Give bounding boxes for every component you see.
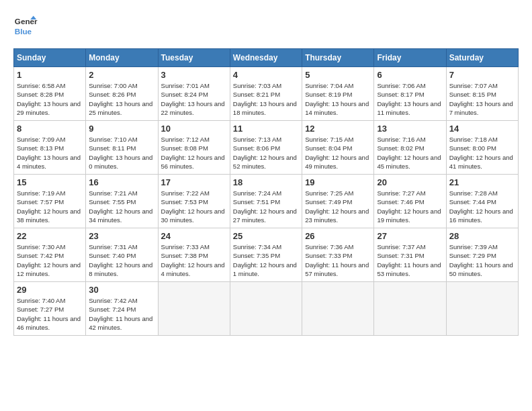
day-number: 9 bbox=[89, 124, 154, 134]
table-row: 15 Sunrise: 7:19 AM Sunset: 7:57 PM Dayl… bbox=[14, 175, 86, 228]
table-row: 1 Sunrise: 6:58 AM Sunset: 8:28 PM Dayli… bbox=[14, 67, 86, 121]
day-info: Sunrise: 7:03 AM Sunset: 8:21 PM Dayligh… bbox=[233, 82, 297, 116]
empty-cell bbox=[230, 282, 302, 336]
table-row: 7 Sunrise: 7:07 AM Sunset: 8:15 PM Dayli… bbox=[446, 67, 518, 121]
day-info: Sunrise: 7:06 AM Sunset: 8:17 PM Dayligh… bbox=[377, 82, 441, 116]
day-number: 1 bbox=[17, 70, 83, 80]
day-number: 28 bbox=[449, 231, 515, 241]
day-info: Sunrise: 7:16 AM Sunset: 8:02 PM Dayligh… bbox=[377, 136, 441, 170]
day-info: Sunrise: 7:30 AM Sunset: 7:42 PM Dayligh… bbox=[17, 243, 81, 277]
table-row: 5 Sunrise: 7:04 AM Sunset: 8:19 PM Dayli… bbox=[302, 67, 374, 121]
day-info: Sunrise: 7:36 AM Sunset: 7:33 PM Dayligh… bbox=[305, 243, 369, 277]
day-info: Sunrise: 7:19 AM Sunset: 7:57 PM Dayligh… bbox=[17, 189, 81, 224]
table-row: 23 Sunrise: 7:31 AM Sunset: 7:40 PM Dayl… bbox=[86, 228, 158, 282]
col-wednesday: Wednesday bbox=[230, 49, 302, 67]
svg-text:Blue: Blue bbox=[15, 27, 32, 36]
day-number: 6 bbox=[377, 70, 443, 80]
day-info: Sunrise: 7:39 AM Sunset: 7:29 PM Dayligh… bbox=[449, 243, 513, 277]
day-number: 11 bbox=[233, 124, 299, 134]
calendar-table: Sunday Monday Tuesday Wednesday Thursday… bbox=[13, 48, 519, 336]
logo: General Blue bbox=[13, 13, 42, 38]
day-number: 10 bbox=[161, 124, 227, 134]
table-row: 20 Sunrise: 7:27 AM Sunset: 7:46 PM Dayl… bbox=[374, 175, 446, 228]
table-row: 27 Sunrise: 7:37 AM Sunset: 7:31 PM Dayl… bbox=[374, 228, 446, 282]
empty-cell bbox=[302, 282, 374, 336]
day-info: Sunrise: 7:34 AM Sunset: 7:35 PM Dayligh… bbox=[233, 243, 297, 277]
empty-cell bbox=[158, 282, 230, 336]
day-info: Sunrise: 7:28 AM Sunset: 7:44 PM Dayligh… bbox=[449, 189, 513, 224]
col-monday: Monday bbox=[86, 49, 158, 67]
day-info: Sunrise: 7:33 AM Sunset: 7:38 PM Dayligh… bbox=[161, 243, 225, 277]
day-info: Sunrise: 7:25 AM Sunset: 7:49 PM Dayligh… bbox=[305, 189, 369, 224]
table-row: 9 Sunrise: 7:10 AM Sunset: 8:11 PM Dayli… bbox=[86, 121, 158, 175]
day-number: 24 bbox=[161, 231, 227, 241]
day-number: 26 bbox=[305, 231, 371, 241]
day-number: 25 bbox=[233, 231, 299, 241]
day-info: Sunrise: 7:37 AM Sunset: 7:31 PM Dayligh… bbox=[377, 243, 441, 277]
header-row: Sunday Monday Tuesday Wednesday Thursday… bbox=[14, 49, 519, 67]
empty-cell bbox=[446, 282, 518, 336]
col-tuesday: Tuesday bbox=[158, 49, 230, 67]
day-info: Sunrise: 7:09 AM Sunset: 8:13 PM Dayligh… bbox=[17, 136, 81, 170]
table-row: 24 Sunrise: 7:33 AM Sunset: 7:38 PM Dayl… bbox=[158, 228, 230, 282]
table-row: 13 Sunrise: 7:16 AM Sunset: 8:02 PM Dayl… bbox=[374, 121, 446, 175]
col-sunday: Sunday bbox=[14, 49, 86, 67]
day-info: Sunrise: 7:22 AM Sunset: 7:53 PM Dayligh… bbox=[161, 189, 225, 224]
day-info: Sunrise: 7:27 AM Sunset: 7:46 PM Dayligh… bbox=[377, 189, 441, 224]
table-row: 3 Sunrise: 7:01 AM Sunset: 8:24 PM Dayli… bbox=[158, 67, 230, 121]
col-friday: Friday bbox=[374, 49, 446, 67]
day-info: Sunrise: 7:18 AM Sunset: 8:00 PM Dayligh… bbox=[449, 136, 513, 170]
table-row: 28 Sunrise: 7:39 AM Sunset: 7:29 PM Dayl… bbox=[446, 228, 518, 282]
day-info: Sunrise: 7:00 AM Sunset: 8:26 PM Dayligh… bbox=[89, 82, 152, 116]
day-info: Sunrise: 7:40 AM Sunset: 7:27 PM Dayligh… bbox=[17, 297, 81, 331]
table-row: 8 Sunrise: 7:09 AM Sunset: 8:13 PM Dayli… bbox=[14, 121, 86, 175]
table-row: 14 Sunrise: 7:18 AM Sunset: 8:00 PM Dayl… bbox=[446, 121, 518, 175]
table-row: 2 Sunrise: 7:00 AM Sunset: 8:26 PM Dayli… bbox=[86, 67, 158, 121]
day-number: 27 bbox=[377, 231, 443, 241]
day-info: Sunrise: 7:31 AM Sunset: 7:40 PM Dayligh… bbox=[89, 243, 152, 277]
day-number: 4 bbox=[233, 70, 299, 80]
day-info: Sunrise: 7:42 AM Sunset: 7:24 PM Dayligh… bbox=[89, 297, 152, 331]
col-saturday: Saturday bbox=[446, 49, 518, 67]
table-row: 22 Sunrise: 7:30 AM Sunset: 7:42 PM Dayl… bbox=[14, 228, 86, 282]
table-row: 17 Sunrise: 7:22 AM Sunset: 7:53 PM Dayl… bbox=[158, 175, 230, 228]
day-info: Sunrise: 7:12 AM Sunset: 8:08 PM Dayligh… bbox=[161, 136, 225, 170]
logo-icon: General Blue bbox=[13, 13, 38, 38]
table-row: 6 Sunrise: 7:06 AM Sunset: 8:17 PM Dayli… bbox=[374, 67, 446, 121]
table-row: 11 Sunrise: 7:13 AM Sunset: 8:06 PM Dayl… bbox=[230, 121, 302, 175]
day-info: Sunrise: 7:21 AM Sunset: 7:55 PM Dayligh… bbox=[89, 189, 152, 224]
table-row: 21 Sunrise: 7:28 AM Sunset: 7:44 PM Dayl… bbox=[446, 175, 518, 228]
day-number: 23 bbox=[89, 231, 154, 241]
day-number: 29 bbox=[17, 285, 83, 295]
page-header: General Blue bbox=[13, 13, 519, 38]
day-number: 7 bbox=[449, 70, 515, 80]
day-info: Sunrise: 7:04 AM Sunset: 8:19 PM Dayligh… bbox=[305, 82, 369, 116]
day-info: Sunrise: 6:58 AM Sunset: 8:28 PM Dayligh… bbox=[17, 82, 81, 116]
table-row: 10 Sunrise: 7:12 AM Sunset: 8:08 PM Dayl… bbox=[158, 121, 230, 175]
day-number: 17 bbox=[161, 177, 227, 187]
table-row: 4 Sunrise: 7:03 AM Sunset: 8:21 PM Dayli… bbox=[230, 67, 302, 121]
day-number: 22 bbox=[17, 231, 83, 241]
day-info: Sunrise: 7:24 AM Sunset: 7:51 PM Dayligh… bbox=[233, 189, 297, 224]
day-info: Sunrise: 7:01 AM Sunset: 8:24 PM Dayligh… bbox=[161, 82, 225, 116]
table-row: 29 Sunrise: 7:40 AM Sunset: 7:27 PM Dayl… bbox=[14, 282, 86, 336]
day-info: Sunrise: 7:13 AM Sunset: 8:06 PM Dayligh… bbox=[233, 136, 297, 170]
day-number: 12 bbox=[305, 124, 371, 134]
day-number: 14 bbox=[449, 124, 515, 134]
table-row: 18 Sunrise: 7:24 AM Sunset: 7:51 PM Dayl… bbox=[230, 175, 302, 228]
day-number: 15 bbox=[17, 177, 83, 187]
day-number: 18 bbox=[233, 177, 299, 187]
day-number: 19 bbox=[305, 177, 371, 187]
day-number: 3 bbox=[161, 70, 227, 80]
day-number: 5 bbox=[305, 70, 371, 80]
day-number: 16 bbox=[89, 177, 154, 187]
table-row: 16 Sunrise: 7:21 AM Sunset: 7:55 PM Dayl… bbox=[86, 175, 158, 228]
day-number: 13 bbox=[377, 124, 443, 134]
table-row: 19 Sunrise: 7:25 AM Sunset: 7:49 PM Dayl… bbox=[302, 175, 374, 228]
day-info: Sunrise: 7:15 AM Sunset: 8:04 PM Dayligh… bbox=[305, 136, 369, 170]
day-info: Sunrise: 7:07 AM Sunset: 8:15 PM Dayligh… bbox=[449, 82, 513, 116]
table-row: 30 Sunrise: 7:42 AM Sunset: 7:24 PM Dayl… bbox=[86, 282, 158, 336]
day-number: 20 bbox=[377, 177, 443, 187]
table-row: 12 Sunrise: 7:15 AM Sunset: 8:04 PM Dayl… bbox=[302, 121, 374, 175]
day-number: 30 bbox=[89, 285, 154, 295]
